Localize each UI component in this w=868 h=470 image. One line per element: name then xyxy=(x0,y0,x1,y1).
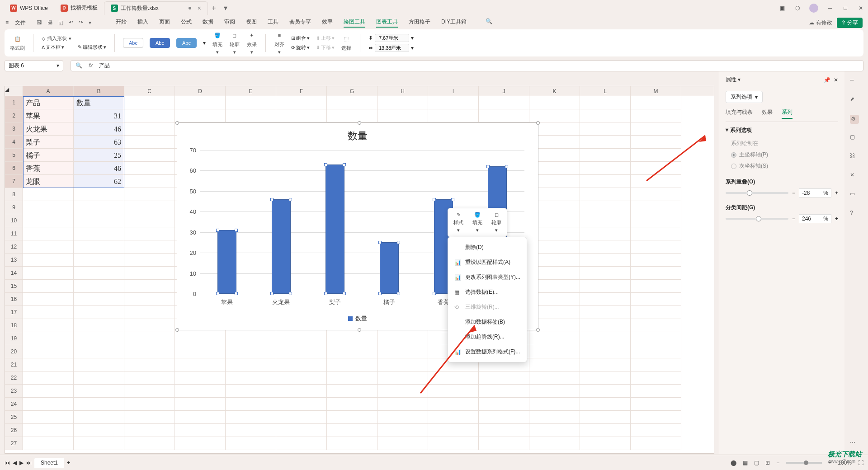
cell[interactable] xyxy=(276,109,327,122)
cell[interactable] xyxy=(124,437,175,450)
cell[interactable] xyxy=(580,188,631,201)
tab-drawing[interactable]: 绘图工具 xyxy=(344,18,365,28)
cell[interactable] xyxy=(276,398,327,411)
cell[interactable] xyxy=(276,332,327,345)
cell[interactable] xyxy=(631,122,681,136)
link-rail-icon[interactable]: ⛓ xyxy=(850,153,859,162)
cell[interactable] xyxy=(580,162,631,175)
cell[interactable] xyxy=(74,437,124,450)
cell[interactable] xyxy=(327,332,377,345)
row-header[interactable]: 17 xyxy=(5,306,23,319)
cell[interactable] xyxy=(23,227,74,240)
cell[interactable] xyxy=(327,109,377,122)
cell[interactable] xyxy=(74,267,124,280)
share-button[interactable]: ⇪ 分享 xyxy=(837,18,863,28)
col-header-E[interactable]: E xyxy=(226,86,276,96)
cell[interactable] xyxy=(327,385,377,398)
cell[interactable] xyxy=(175,332,226,345)
cell[interactable] xyxy=(74,201,124,214)
row-header[interactable]: 20 xyxy=(5,345,23,358)
cell[interactable] xyxy=(175,385,226,398)
row-header[interactable]: 14 xyxy=(5,267,23,280)
select-tool-icon[interactable]: ⬈ xyxy=(850,96,859,105)
chart-legend[interactable]: 数量 xyxy=(348,315,367,323)
rp-tab-effect[interactable]: 效果 xyxy=(762,108,773,119)
gap-value[interactable]: 246% xyxy=(799,214,831,223)
gap-plus[interactable]: + xyxy=(835,216,838,222)
cell[interactable] xyxy=(276,358,327,371)
tab-view[interactable]: 视图 xyxy=(246,18,257,28)
cell[interactable] xyxy=(226,345,276,358)
cell[interactable] xyxy=(529,371,580,385)
cell[interactable] xyxy=(74,371,124,385)
align-button[interactable]: ≡对齐▾ xyxy=(274,31,285,55)
cell[interactable] xyxy=(631,358,681,371)
cell[interactable] xyxy=(631,149,681,162)
cell[interactable] xyxy=(74,293,124,306)
cell[interactable] xyxy=(580,306,631,319)
row-header[interactable]: 15 xyxy=(5,280,23,293)
cell[interactable] xyxy=(226,437,276,450)
cell[interactable] xyxy=(479,96,529,109)
pin-icon[interactable]: 📌 xyxy=(824,77,830,83)
overlap-plus[interactable]: + xyxy=(835,190,838,196)
cell[interactable] xyxy=(631,319,681,332)
tools-rail-icon[interactable]: ✕ xyxy=(850,172,859,181)
close-icon[interactable]: × xyxy=(198,5,201,12)
tab-page[interactable]: 页面 xyxy=(159,18,170,28)
cell[interactable] xyxy=(276,96,327,109)
tab-formula[interactable]: 公式 xyxy=(181,18,192,28)
cell[interactable] xyxy=(74,227,124,240)
cell[interactable] xyxy=(23,437,74,450)
cell[interactable] xyxy=(74,240,124,254)
cell[interactable] xyxy=(124,319,175,332)
rp-series-options[interactable]: ▾ 系列选项 xyxy=(726,127,838,134)
cell[interactable]: 橘子 xyxy=(23,149,74,162)
ctx-reset-style[interactable]: 📊重设以匹配样式(A) xyxy=(448,255,527,270)
cell[interactable] xyxy=(226,109,276,122)
row-header[interactable]: 10 xyxy=(5,214,23,227)
cell[interactable]: 火龙果 xyxy=(23,122,74,136)
cell[interactable] xyxy=(124,398,175,411)
cell[interactable] xyxy=(631,240,681,254)
outline-button[interactable]: ◻轮廓▾ xyxy=(229,31,240,55)
cell[interactable] xyxy=(529,109,580,122)
cell[interactable] xyxy=(23,385,74,398)
cell[interactable] xyxy=(276,437,327,450)
cell[interactable] xyxy=(124,371,175,385)
row-header[interactable]: 5 xyxy=(5,149,23,162)
close-panel-icon[interactable]: ✕ xyxy=(834,77,838,83)
cell[interactable] xyxy=(175,109,226,122)
cell[interactable] xyxy=(175,345,226,358)
cell[interactable] xyxy=(124,293,175,306)
sheet-tab-1[interactable]: Sheet1 xyxy=(34,458,64,468)
row-header[interactable]: 19 xyxy=(5,332,23,345)
print-icon[interactable]: 🖶 xyxy=(47,19,53,26)
cell[interactable] xyxy=(74,319,124,332)
cell[interactable] xyxy=(124,175,175,188)
cell[interactable] xyxy=(23,188,74,201)
style-preset-1[interactable]: Abc xyxy=(123,38,143,48)
cell[interactable] xyxy=(276,411,327,424)
cell[interactable] xyxy=(226,411,276,424)
cell[interactable] xyxy=(631,332,681,345)
cell[interactable] xyxy=(124,201,175,214)
cell[interactable] xyxy=(124,332,175,345)
tab-start[interactable]: 开始 xyxy=(116,18,127,28)
cell[interactable] xyxy=(23,201,74,214)
cell[interactable] xyxy=(428,96,479,109)
window-layout-icon[interactable]: ▣ xyxy=(778,5,786,12)
row-header[interactable]: 16 xyxy=(5,293,23,306)
group-button[interactable]: ⊞ 组合▾ xyxy=(291,35,310,42)
cell[interactable] xyxy=(23,293,74,306)
cell[interactable] xyxy=(428,109,479,122)
tab-data[interactable]: 数据 xyxy=(203,18,213,28)
row-header[interactable]: 8 xyxy=(5,188,23,201)
overlap-minus[interactable]: − xyxy=(792,190,795,196)
ctx-select-data[interactable]: ▦选择数据(E)... xyxy=(448,285,527,300)
move-up[interactable]: ⬆ 上移▾ xyxy=(316,35,335,42)
app-tab[interactable]: W WPS Office xyxy=(4,1,54,15)
sheet-nav-last[interactable]: ⏭ xyxy=(26,460,32,466)
col-header-I[interactable]: I xyxy=(428,86,479,96)
style-preset-2[interactable]: Abc xyxy=(150,38,170,48)
